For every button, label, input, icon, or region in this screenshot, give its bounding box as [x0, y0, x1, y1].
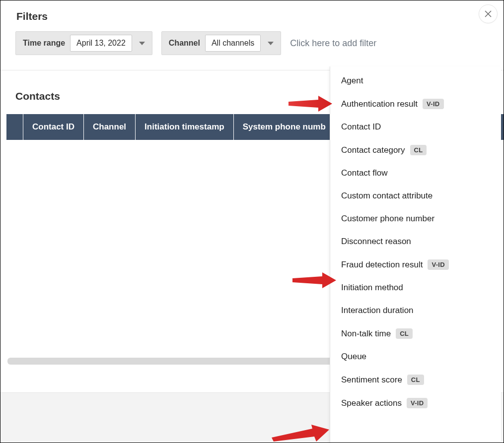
filter-option-label: Speaker actions	[341, 398, 402, 408]
filter-option[interactable]: Customer phone number	[330, 207, 501, 230]
filter-option-label: Authentication result	[341, 99, 418, 109]
filter-option-label: Contact flow	[341, 168, 388, 178]
channel-value[interactable]: All channels	[205, 35, 261, 52]
filter-option-label: Non-talk time	[341, 329, 391, 339]
filter-option[interactable]: Agent	[330, 69, 501, 92]
filter-bar: Time range April 13, 2022 Channel All ch…	[0, 31, 504, 70]
filter-option-label: Contact category	[341, 145, 405, 155]
filter-option-badge: CL	[407, 375, 424, 385]
filter-option-badge: V-ID	[407, 398, 428, 408]
filter-option-label: Interaction duration	[341, 306, 414, 316]
filter-dropdown: AgentAuthentication resultV-IDContact ID…	[330, 66, 501, 443]
filter-option-badge: CL	[396, 328, 413, 339]
filter-option[interactable]: Speaker actionsV-ID	[330, 391, 501, 415]
filter-option[interactable]: Interaction duration	[330, 299, 501, 322]
filter-option-label: Sentiment score	[341, 375, 402, 385]
column-initiation-timestamp[interactable]: Initiation timestamp	[136, 114, 234, 140]
filter-option[interactable]: Contact categoryCL	[330, 138, 501, 162]
filter-option[interactable]: Disconnect reason	[330, 230, 501, 253]
filter-option[interactable]: Contact flow	[330, 162, 501, 185]
column-channel[interactable]: Channel	[84, 114, 136, 140]
filter-option-badge: CL	[410, 145, 427, 155]
time-range-value[interactable]: April 13, 2022	[70, 35, 132, 52]
filter-option-label: Disconnect reason	[341, 237, 411, 247]
filter-option[interactable]: Custom contact attribute	[330, 185, 501, 207]
filter-option[interactable]: Contact ID	[330, 116, 501, 138]
channel-filter[interactable]: Channel All channels	[161, 31, 281, 55]
channel-label: Channel	[169, 39, 200, 48]
caret-down-icon	[139, 42, 145, 45]
add-filter-wrapper	[290, 32, 429, 54]
filter-option[interactable]: Authentication resultV-ID	[330, 92, 501, 116]
time-range-label: Time range	[23, 39, 65, 48]
filter-option[interactable]: Fraud detection resultV-ID	[330, 253, 501, 276]
filter-option[interactable]: Queue	[330, 345, 501, 368]
filter-option-badge: V-ID	[423, 99, 443, 109]
filters-heading: Filters	[0, 0, 504, 31]
filters-panel: Filters Time range April 13, 2022 Channe…	[0, 0, 504, 443]
checkbox-column	[6, 114, 23, 140]
filter-option[interactable]: Initiation method	[330, 276, 501, 299]
filter-option-label: Agent	[341, 76, 363, 86]
filter-option-label: Custom contact attribute	[341, 191, 432, 201]
filter-option-label: Customer phone number	[341, 214, 434, 224]
filter-option-label: Initiation method	[341, 283, 403, 293]
column-contact-id[interactable]: Contact ID	[23, 114, 84, 140]
add-filter-input[interactable]	[290, 32, 429, 54]
close-icon	[485, 10, 492, 17]
close-button[interactable]	[479, 4, 498, 23]
filter-option-label: Contact ID	[341, 122, 381, 132]
time-range-filter[interactable]: Time range April 13, 2022	[15, 31, 152, 55]
filter-option-badge: V-ID	[428, 259, 448, 270]
filter-option-label: Fraud detection result	[341, 260, 423, 270]
filter-option-label: Queue	[341, 352, 366, 362]
caret-down-icon	[268, 42, 274, 45]
filter-option[interactable]: Sentiment scoreCL	[330, 368, 501, 391]
filter-option[interactable]: Non-talk timeCL	[330, 322, 501, 345]
